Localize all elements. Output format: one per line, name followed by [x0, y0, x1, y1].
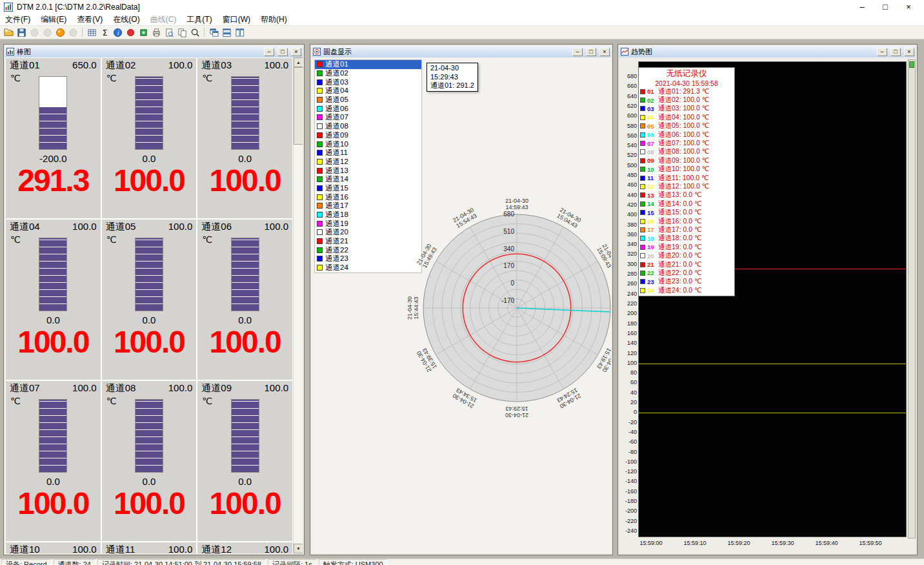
scroll-thumb[interactable] — [294, 67, 303, 145]
print-icon[interactable] — [150, 26, 162, 38]
pause-icon[interactable] — [67, 26, 79, 38]
cascade-icon[interactable] — [208, 26, 219, 38]
trend-window-minimize-button[interactable]: – — [877, 48, 887, 56]
close-button[interactable]: × — [897, 0, 920, 14]
channel-list-item[interactable]: 通道10 — [315, 139, 421, 149]
menu-item[interactable]: 编辑(E) — [35, 14, 72, 25]
open-icon[interactable] — [3, 26, 14, 38]
legend-row: 13通道13: 0.0 ℃ — [640, 191, 733, 200]
legend-color-swatch — [640, 219, 645, 224]
play-icon[interactable] — [54, 26, 66, 38]
legend-channel-value: 通道21: 0.0 ℃ — [658, 260, 702, 269]
channel-list-item[interactable]: 通道09 — [315, 131, 421, 140]
bar-window-minimize-button[interactable]: – — [264, 48, 274, 56]
record-icon[interactable] — [41, 26, 53, 38]
y-tick-label: -180 — [619, 498, 637, 504]
legend-color-swatch — [640, 123, 645, 128]
channel-list-item[interactable]: 通道12 — [315, 158, 421, 167]
menu-item[interactable]: 曲线(C) — [145, 14, 182, 25]
svg-text:21-04-30: 21-04-30 — [407, 296, 413, 320]
bar-cell-value: 100.0 — [102, 486, 197, 521]
channel-list-item[interactable]: 通道06 — [315, 104, 421, 113]
legend-channel-number: 07 — [647, 140, 656, 147]
copy-icon[interactable] — [176, 26, 188, 38]
svg-text:510: 510 — [503, 228, 514, 235]
bar-cell-max-value: 100.0 — [264, 59, 288, 72]
bar-cell-channel-name: 通道01 — [10, 59, 40, 72]
settings-icon[interactable] — [137, 26, 149, 38]
channel-list-item[interactable]: 通道01 — [315, 60, 421, 69]
bar-cell-unit: ℃ — [10, 234, 21, 245]
channel-list-item[interactable]: 通道07 — [315, 113, 421, 122]
channel-list-item[interactable]: 通道02 — [315, 69, 421, 78]
channel-list-item[interactable]: 通道05 — [315, 96, 421, 105]
menu-item[interactable]: 在线(O) — [108, 14, 145, 25]
stop-icon[interactable] — [28, 26, 40, 38]
legend-row: 03通道03: 100.0 ℃ — [640, 105, 733, 113]
sum-icon[interactable]: Σ — [99, 26, 110, 38]
channel-list-item[interactable]: 通道03 — [315, 77, 421, 87]
y-tick-label: 480 — [619, 172, 637, 178]
bar-cell: 通道12100.0℃0.0100.0 — [197, 542, 292, 553]
legend-color-swatch — [640, 245, 645, 250]
legend-channel-number: 09 — [647, 157, 656, 164]
x-tick-label: 15:59:40 — [812, 540, 841, 546]
scroll-down-arrow[interactable]: ▼ — [294, 544, 303, 553]
info-icon[interactable]: i — [112, 26, 123, 38]
channel-list-item[interactable]: 通道08 — [315, 122, 421, 131]
menu-item[interactable]: 文件(F) — [0, 14, 35, 25]
trend-scrollbar[interactable] — [908, 59, 916, 539]
legend-channel-number: 12 — [647, 183, 656, 190]
channel-color-swatch — [317, 194, 323, 200]
toolbar-separator — [204, 28, 205, 37]
svg-text:14:59:43: 14:59:43 — [505, 204, 528, 211]
maximize-button[interactable]: □ — [874, 0, 897, 14]
bar-window-close-button[interactable]: × — [291, 48, 301, 56]
minimize-button[interactable]: – — [850, 0, 874, 14]
alarm-icon[interactable] — [125, 26, 136, 38]
tile-horizontal-icon[interactable] — [221, 26, 232, 38]
disc-window-restore-button[interactable]: □ — [586, 48, 596, 56]
menu-item[interactable]: 查看(V) — [72, 14, 108, 25]
trend-line — [639, 413, 906, 413]
legend-channel-value: 通道23: 0.0 ℃ — [658, 277, 702, 286]
trend-window-close-button[interactable]: × — [904, 48, 914, 56]
y-tick-label: 200 — [619, 310, 637, 316]
bar-window-restore-button[interactable]: □ — [277, 48, 288, 56]
disc-window-minimize-button[interactable]: – — [572, 48, 583, 56]
disc-window-close-button[interactable]: × — [599, 48, 610, 56]
bar-cell-header: 通道01650.0 — [6, 58, 101, 72]
channel-list-item[interactable]: 通道04 — [315, 87, 421, 96]
bar-cell: 通道07100.0℃0.0100.0 — [6, 381, 101, 541]
menu-item[interactable]: 窗口(W) — [217, 14, 256, 25]
channel-list-item[interactable]: 通道11 — [315, 149, 421, 158]
y-tick-label: 420 — [619, 201, 637, 208]
bar-graph-scrollbar[interactable]: ▲ ▼ — [293, 57, 303, 553]
bar-cell-max-value: 100.0 — [72, 544, 97, 553]
trend-scroll-thumb[interactable] — [909, 61, 914, 68]
status-bar: 设备: Record通道数: 24记录时间: 21-04-30 14:51:00… — [0, 559, 924, 565]
legend-row: 22通道22: 0.0 ℃ — [640, 269, 733, 277]
y-tick-label: 680 — [619, 73, 637, 79]
preview-icon[interactable] — [163, 26, 175, 38]
bar-gauge — [39, 76, 67, 150]
legend-channel-number: 01 — [647, 88, 656, 95]
bar-cell: 通道09100.0℃0.0100.0 — [197, 381, 292, 541]
menu-item[interactable]: 帮助(H) — [256, 14, 292, 25]
scroll-up-arrow[interactable]: ▲ — [294, 57, 303, 67]
bar-gauge-ticks — [39, 77, 66, 149]
dtm-application-window: DTM 2.0.1 [C:\DTM 2.0.2\RealData] – □ × … — [0, 0, 924, 565]
tile-vertical-icon[interactable] — [234, 26, 245, 38]
bar-cell-max-value: 100.0 — [72, 221, 97, 233]
channel-color-swatch — [317, 114, 323, 120]
menu-item[interactable]: 工具(T) — [181, 14, 217, 25]
table-icon[interactable] — [86, 26, 97, 38]
bar-cell: 通道08100.0℃0.0100.0 — [102, 381, 197, 541]
channel-color-swatch — [317, 141, 323, 147]
export-icon[interactable] — [15, 26, 27, 38]
trend-window-restore-button[interactable]: □ — [890, 48, 901, 56]
bar-cell: 通道10100.0℃0.0100.0 — [6, 542, 101, 553]
zoom-icon[interactable] — [189, 26, 201, 38]
status-panel: 通道数: 24 — [54, 559, 95, 565]
y-tick-label: 500 — [619, 162, 637, 169]
